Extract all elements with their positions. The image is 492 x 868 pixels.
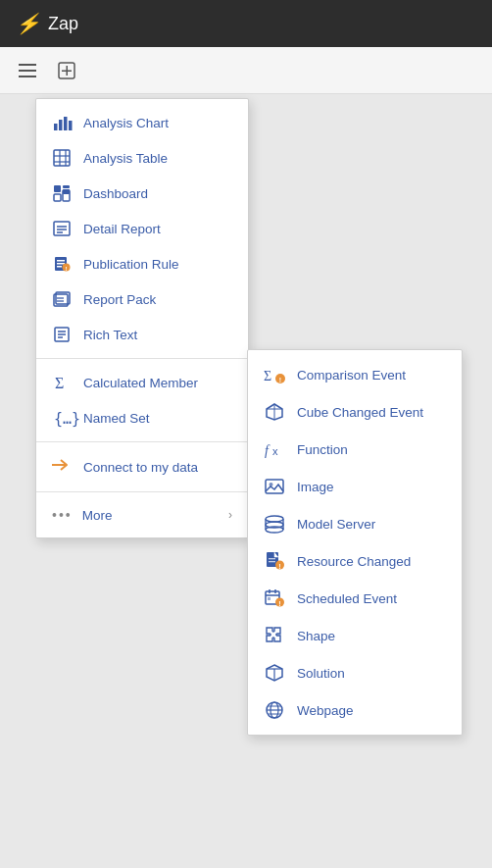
svg-rect-10 <box>54 150 70 166</box>
svg-rect-9 <box>69 121 73 130</box>
menu-item-dashboard[interactable]: Dashboard <box>36 176 248 211</box>
menu-item-named-set[interactable]: {…} Named Set <box>36 400 248 435</box>
menu-item-report-pack[interactable]: Report Pack <box>36 281 248 317</box>
app-name: Zap <box>48 14 78 34</box>
toolbar <box>0 47 492 94</box>
dashboard-icon <box>52 183 72 203</box>
webpage-label: Webpage <box>297 703 354 718</box>
resource-changed-label: Resource Changed <box>297 554 411 569</box>
chevron-right-icon: › <box>228 508 232 522</box>
scheduled-event-label: Scheduled Event <box>297 591 397 606</box>
menu-section-reports: Analysis Chart Analysis Table <box>36 99 248 358</box>
dashboard-label: Dashboard <box>83 186 148 201</box>
svg-text:f: f <box>265 443 271 458</box>
submenu-item-resource-changed[interactable]: ! Resource Changed <box>248 542 462 580</box>
svg-text:Σ: Σ <box>55 375 64 391</box>
model-server-label: Model Server <box>297 517 375 532</box>
menu-item-detail-report[interactable]: Detail Report <box>36 211 248 246</box>
svg-point-50 <box>270 483 273 486</box>
box-icon <box>264 662 285 684</box>
menu-item-analysis-chart[interactable]: Analysis Chart <box>36 105 248 140</box>
svg-text:!: ! <box>279 377 281 383</box>
svg-text:!: ! <box>278 600 280 607</box>
main-area: Analysis Chart Analysis Table <box>0 94 492 868</box>
svg-point-51 <box>266 516 283 522</box>
menu-item-analysis-table[interactable]: Analysis Table <box>36 140 248 176</box>
submenu-item-model-server[interactable]: Model Server <box>248 505 462 542</box>
calculated-member-label: Calculated Member <box>83 376 198 390</box>
grid-icon <box>52 148 72 168</box>
svg-rect-6 <box>54 124 58 130</box>
cube-icon <box>264 401 285 423</box>
topbar: ⚡ Zap <box>0 0 492 47</box>
lightning-icon: ⚡ <box>16 12 40 35</box>
bar-chart-icon <box>52 113 72 132</box>
more-dots-icon: ••• <box>52 507 73 523</box>
svg-rect-0 <box>19 64 36 66</box>
svg-rect-16 <box>63 185 70 188</box>
menu-item-calculated-member[interactable]: Σ Calculated Member <box>36 365 248 400</box>
image-label: Image <box>297 480 334 494</box>
cube-changed-label: Cube Changed Event <box>297 405 423 420</box>
layers-icon <box>264 513 285 535</box>
svg-rect-25 <box>57 260 65 262</box>
secondary-menu: Σ ! Comparison Event Cube Changed Event <box>247 349 463 736</box>
svg-text:Σ: Σ <box>264 369 271 383</box>
image-icon <box>264 476 285 497</box>
svg-rect-60 <box>269 561 275 562</box>
svg-rect-15 <box>54 185 61 192</box>
analysis-table-label: Analysis Table <box>83 151 168 166</box>
svg-rect-8 <box>64 117 68 130</box>
svg-text:{…}: {…} <box>54 410 80 428</box>
app-title: ⚡ Zap <box>16 12 78 35</box>
svg-text:!: ! <box>66 266 68 272</box>
detail-report-label: Detail Report <box>83 222 161 236</box>
menu-section-calc: Σ Calculated Member {…} Named Set <box>36 358 248 441</box>
function-label: Function <box>297 442 348 457</box>
svg-rect-20 <box>54 222 70 235</box>
menu-item-rich-text[interactable]: Rich Text <box>36 317 248 352</box>
menu-button[interactable] <box>12 55 43 86</box>
sigma-warn-icon: Σ ! <box>264 364 285 385</box>
calendar-warn-icon: ! <box>264 587 285 609</box>
solution-label: Solution <box>297 666 345 681</box>
arrow-right-icon <box>52 457 72 477</box>
submenu-item-cube-changed[interactable]: Cube Changed Event <box>248 393 462 431</box>
menu-item-more[interactable]: ••• More › <box>36 498 248 532</box>
report-pack-icon <box>52 289 72 309</box>
submenu-item-solution[interactable]: Solution <box>248 654 462 691</box>
submenu-item-comparison-event[interactable]: Σ ! Comparison Event <box>248 356 462 393</box>
menu-item-connect-data[interactable]: Connect to my data <box>36 448 248 485</box>
publication-icon: ! <box>52 254 72 274</box>
braces-icon: {…} <box>52 408 72 428</box>
svg-rect-7 <box>59 120 63 130</box>
svg-rect-26 <box>57 263 65 265</box>
svg-text:x: x <box>272 445 278 457</box>
svg-rect-17 <box>54 194 61 201</box>
menu-section-connect: Connect to my data <box>36 441 248 491</box>
submenu-item-scheduled-event[interactable]: ! Scheduled Event <box>248 580 462 617</box>
lines-icon <box>52 219 72 238</box>
sigma-icon: Σ <box>52 373 72 392</box>
svg-rect-59 <box>269 558 275 559</box>
rich-text-icon <box>52 325 72 344</box>
svg-rect-2 <box>19 76 36 77</box>
primary-menu: Analysis Chart Analysis Table <box>35 98 249 538</box>
fx-icon: f x <box>264 438 285 460</box>
svg-rect-5 <box>62 70 72 72</box>
submenu-item-image[interactable]: Image <box>248 468 462 505</box>
svg-rect-67 <box>268 597 271 600</box>
more-label: More <box>82 508 219 523</box>
svg-rect-1 <box>19 70 36 72</box>
menu-item-publication-rule[interactable]: ! Publication Rule <box>36 246 248 281</box>
publication-rule-label: Publication Rule <box>83 257 179 272</box>
submenu-item-shape[interactable]: Shape <box>248 617 462 654</box>
submenu-item-function[interactable]: f x Function <box>248 431 462 468</box>
connect-data-label: Connect to my data <box>83 460 198 475</box>
globe-icon <box>264 699 285 721</box>
submenu-item-webpage[interactable]: Webpage <box>248 691 462 729</box>
puzzle-icon <box>264 625 285 646</box>
new-button[interactable] <box>51 55 82 86</box>
comparison-event-label: Comparison Event <box>297 368 406 383</box>
svg-text:!: ! <box>278 563 280 570</box>
